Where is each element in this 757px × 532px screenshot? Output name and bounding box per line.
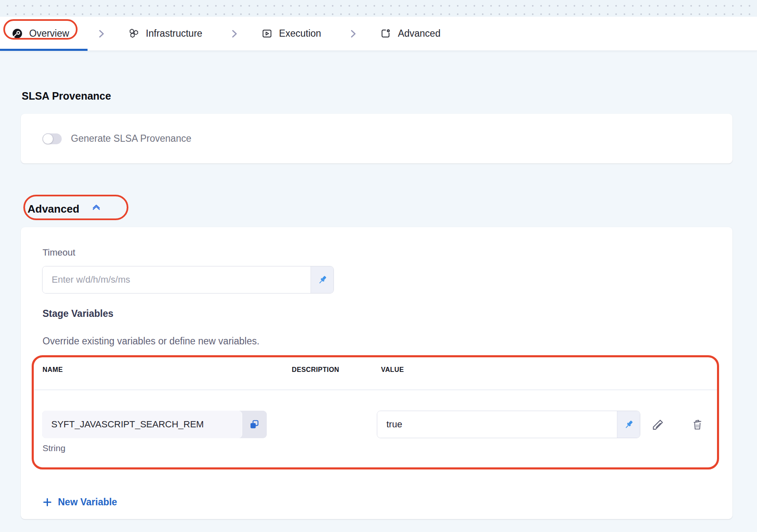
chevron-right-icon [96,28,107,39]
timeout-input[interactable] [43,266,311,293]
copy-icon [248,419,260,430]
overview-icon [12,28,23,39]
variable-name-pill[interactable]: SYFT_JAVASCRIPT_SEARCH_REM [42,411,242,438]
tab-overview[interactable]: Overview [12,28,69,39]
pin-icon [623,419,634,430]
tab-execution-label: Execution [279,28,321,39]
tab-infrastructure-label: Infrastructure [146,28,203,39]
chevron-right-icon [348,28,358,39]
generate-slsa-toggle[interactable] [43,133,62,144]
tab-advanced-label: Advanced [398,28,440,39]
column-header-description: DESCRIPTION [292,366,339,374]
variable-name-field: SYFT_JAVASCRIPT_SEARCH_REM [42,411,267,438]
stage-tabbar: Overview Infrastructure [0,17,757,51]
plus-icon [43,497,52,507]
infrastructure-icon [128,28,140,39]
advanced-card: Timeout Stage Variables Override existin… [21,227,732,519]
pencil-icon [651,417,666,432]
execution-icon [261,28,273,39]
slsa-provenance-heading: SLSA Provenance [22,90,111,102]
advanced-section-header[interactable]: Advanced [28,202,103,216]
tab-infrastructure[interactable]: Infrastructure [128,28,203,39]
value-pin-button[interactable] [617,411,640,438]
timeout-pin-button[interactable] [311,266,333,293]
chevron-up-icon[interactable] [90,202,103,216]
generate-slsa-label: Generate SLSA Provenance [71,133,191,144]
new-variable-button[interactable]: New Variable [40,494,120,510]
generate-slsa-row: Generate SLSA Provenance [43,114,191,163]
pin-icon [317,274,328,286]
advanced-section-title: Advanced [28,203,79,216]
slsa-provenance-card: Generate SLSA Provenance [21,114,732,163]
copy-variable-button[interactable] [242,411,267,438]
stage-variables-description: Override existing variables or define ne… [43,336,259,347]
chevron-right-icon [229,28,240,39]
timeout-label: Timeout [43,247,75,258]
variable-value-input[interactable] [377,411,617,438]
column-header-value: VALUE [381,366,404,374]
table-header-divider [34,389,717,390]
toggle-knob [43,133,53,144]
stage-variables-heading: Stage Variables [43,308,113,319]
stage-configuration-page: Overview Infrastructure [0,0,757,532]
tab-execution[interactable]: Execution [261,28,321,39]
advanced-gear-icon [380,28,391,39]
trash-icon [690,417,705,432]
new-variable-label: New Variable [58,497,117,508]
variable-name-text: SYFT_JAVASCRIPT_SEARCH_REM [51,419,204,430]
variable-type-label: String [43,443,65,453]
timeout-field [42,266,334,294]
active-tab-underline [0,49,88,51]
variable-value-field [377,411,640,438]
edit-variable-button[interactable] [649,416,667,433]
tab-advanced[interactable]: Advanced [380,28,440,39]
delete-variable-button[interactable] [689,416,706,433]
tab-overview-label: Overview [29,28,69,39]
dotted-background-strip [0,0,757,17]
column-header-name: NAME [43,366,63,374]
